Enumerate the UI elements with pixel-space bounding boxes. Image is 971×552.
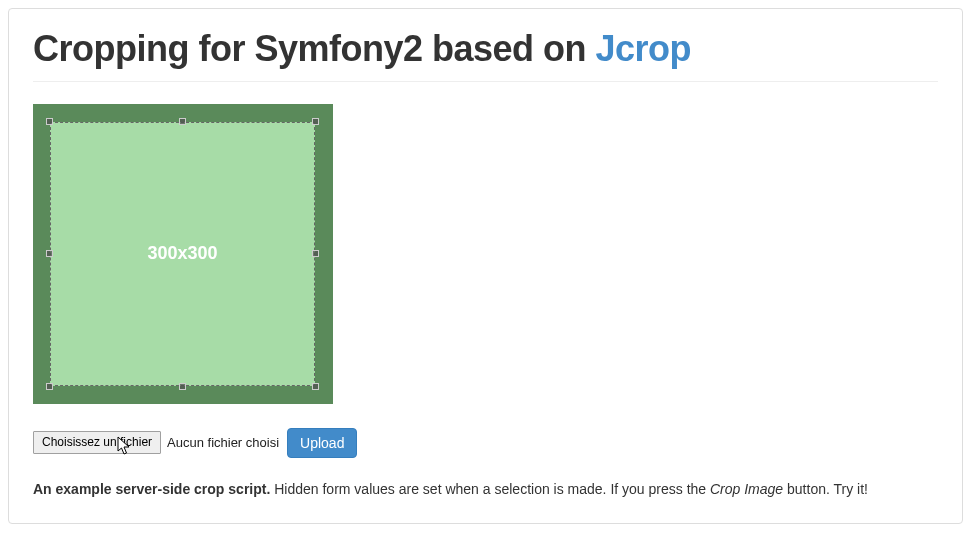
jcrop-holder[interactable]: 300x300 300x300 bbox=[33, 104, 333, 404]
description-middle: Hidden form values are set when a select… bbox=[270, 481, 710, 497]
crop-handle-sw[interactable] bbox=[46, 383, 53, 390]
description-tail: button. Try it! bbox=[783, 481, 868, 497]
file-status-text: Aucun fichier choisi bbox=[167, 435, 279, 450]
description-bold: An example server-side crop script. bbox=[33, 481, 270, 497]
crop-handle-e[interactable] bbox=[312, 250, 319, 257]
crop-handle-w[interactable] bbox=[46, 250, 53, 257]
selection-label: 300x300 bbox=[147, 243, 217, 264]
page-title: Cropping for Symfony2 based on Jcrop bbox=[33, 29, 938, 69]
title-divider bbox=[33, 81, 938, 82]
jcrop-link[interactable]: Jcrop bbox=[596, 28, 692, 69]
title-prefix: Cropping for Symfony2 based on bbox=[33, 28, 596, 69]
upload-button[interactable]: Upload bbox=[287, 428, 357, 458]
crop-handle-se[interactable] bbox=[312, 383, 319, 390]
controls-row: Choisissez un fichier Aucun fichier choi… bbox=[33, 428, 938, 458]
crop-handle-nw[interactable] bbox=[46, 118, 53, 125]
description-em: Crop Image bbox=[710, 481, 783, 497]
description-text: An example server-side crop script. Hidd… bbox=[33, 480, 938, 500]
main-panel: Cropping for Symfony2 based on Jcrop 300… bbox=[8, 8, 963, 524]
crop-handle-ne[interactable] bbox=[312, 118, 319, 125]
crop-selection[interactable]: 300x300 bbox=[50, 122, 315, 386]
choose-file-button[interactable]: Choisissez un fichier bbox=[33, 431, 161, 454]
crop-handle-s[interactable] bbox=[179, 383, 186, 390]
crop-handle-n[interactable] bbox=[179, 118, 186, 125]
